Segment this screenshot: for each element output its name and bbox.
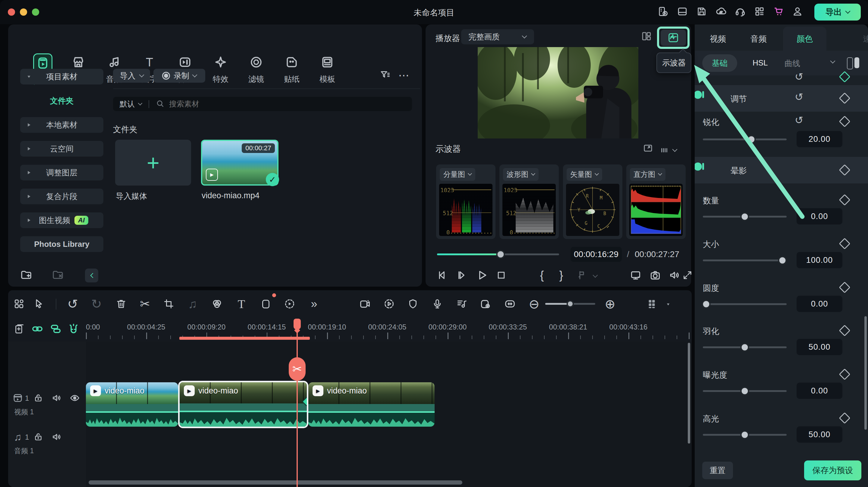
blend-icon[interactable] [211, 298, 223, 310]
video-track-mute-icon[interactable] [52, 393, 62, 403]
amount-slider[interactable] [703, 216, 786, 218]
scopes-layout-dropdown[interactable] [659, 145, 677, 155]
sharpen-value[interactable]: 20.00 [797, 131, 842, 147]
panel-layout-icon[interactable] [677, 6, 688, 18]
sidebar-item-compound-clip[interactable]: 复合片段 [20, 189, 103, 204]
vignette-keyframe-icon[interactable] [839, 164, 850, 176]
subtab-chevron-icon[interactable] [830, 59, 835, 64]
media-clip-tile[interactable]: 00:00:27 ▶ ✓ [201, 140, 278, 185]
delete-folder-icon[interactable] [52, 269, 64, 282]
sharpen-reset-icon[interactable]: ↺ [795, 115, 804, 125]
export-button[interactable]: 导出 [814, 4, 861, 21]
audio-track-lock-icon[interactable] [33, 432, 43, 442]
timeline-zoom-slider[interactable] [545, 303, 595, 305]
screen-record-icon[interactable] [480, 298, 491, 310]
quality-dropdown[interactable]: 完整画质 [461, 29, 534, 45]
waveform-type-dropdown[interactable]: 波形图 [503, 168, 538, 181]
next-frame-button[interactable] [456, 269, 468, 281]
amount-keyframe-icon[interactable] [839, 194, 850, 205]
sort-dropdown[interactable]: 默认 [120, 99, 142, 109]
track-height-caret-icon[interactable] [667, 304, 670, 306]
sidebar-item-photos-library[interactable]: Photos Library [20, 236, 103, 252]
seek-knob[interactable] [496, 250, 505, 259]
scopes-expand-icon[interactable] [643, 143, 653, 154]
multi-view-icon[interactable] [641, 31, 652, 43]
video-track-visibility-icon[interactable] [70, 393, 80, 403]
video-track-lock-icon[interactable] [33, 393, 43, 403]
sidebar-item-image-to-video[interactable]: 图生视频 AI [20, 212, 103, 228]
amount-value[interactable]: 0.00 [797, 208, 842, 225]
timeline-ruler[interactable]: 00:00:00 00:00:04:25 00:00:09:20 00:00:1… [86, 319, 692, 341]
undo-icon[interactable]: ↺ [67, 296, 78, 311]
timeline-clip-3[interactable]: ▶video-miao [308, 382, 435, 427]
sharpen-keyframe-icon[interactable] [839, 116, 850, 127]
traffic-close-button[interactable] [8, 8, 15, 16]
size-keyframe-icon[interactable] [839, 238, 850, 249]
split-scissors-badge[interactable]: ✂ [289, 357, 306, 381]
save-icon[interactable] [696, 6, 707, 18]
freeze-frame-icon[interactable] [284, 298, 296, 310]
beat-detect-icon[interactable] [456, 298, 467, 310]
import-media-tile[interactable]: + [115, 140, 191, 185]
search-input[interactable] [168, 99, 350, 109]
tab-stickers[interactable]: 贴纸 [275, 53, 309, 85]
link-clips-icon[interactable] [32, 323, 43, 335]
mark-in-button[interactable]: { [540, 269, 544, 282]
tab-speed-partial[interactable]: 速 [863, 33, 868, 45]
toolbox-icon[interactable] [13, 298, 24, 309]
tab-color[interactable]: 颜色 [797, 33, 813, 45]
redo-icon[interactable]: ↻ [91, 296, 101, 311]
project-history-icon[interactable] [658, 6, 669, 18]
save-preset-button[interactable]: 保存为预设 [804, 460, 861, 480]
tab-templates[interactable]: 模板 [310, 53, 344, 85]
filter-icon[interactable] [380, 69, 391, 82]
playhead-line[interactable] [297, 319, 298, 487]
sidebar-item-adjustment-layer[interactable]: 调整图层 [20, 165, 103, 180]
roundness-value[interactable]: 0.00 [797, 296, 842, 312]
effects-camera-icon[interactable] [359, 298, 371, 310]
histogram-type-dropdown[interactable]: 直方图 [630, 168, 665, 181]
fit-timeline-icon[interactable] [504, 298, 516, 310]
audio-track-mute-icon[interactable] [52, 432, 62, 442]
roundness-keyframe-icon[interactable] [839, 282, 850, 293]
add-to-track-icon[interactable] [13, 323, 24, 334]
add-text-icon[interactable]: T [238, 297, 245, 311]
exposure-value[interactable]: 0.00 [797, 382, 842, 399]
vectorscope-type-dropdown[interactable]: 矢量图 [567, 168, 602, 181]
support-headset-icon[interactable] [735, 6, 746, 19]
apps-grid-icon[interactable] [754, 6, 765, 18]
crop-icon[interactable] [163, 298, 174, 309]
more-tools-icon[interactable]: » [311, 297, 317, 311]
partial-reset-icon[interactable]: ↺ [795, 71, 804, 82]
mask-icon[interactable] [260, 298, 271, 309]
timeline-h-scrollbar[interactable] [89, 480, 462, 485]
adjust-reset-icon[interactable]: ↺ [795, 92, 804, 102]
cloud-sync-icon[interactable] [715, 6, 727, 19]
magnet-snap-icon[interactable] [68, 323, 79, 335]
play-button[interactable] [476, 269, 488, 281]
subtab-basic[interactable]: 基础 [702, 54, 737, 72]
tab-video[interactable]: 视频 [710, 33, 726, 45]
shield-icon[interactable] [407, 298, 418, 309]
adjust-toggle[interactable] [702, 91, 704, 98]
import-button[interactable]: 导入 [113, 69, 150, 83]
account-icon[interactable] [792, 6, 803, 18]
stop-button[interactable] [496, 270, 507, 281]
vignette-toggle[interactable] [702, 163, 704, 170]
zoom-out-icon[interactable]: ⊖ [529, 296, 539, 311]
select-tool-icon[interactable] [34, 298, 44, 309]
feather-value[interactable]: 50.00 [797, 339, 842, 355]
tab-filters[interactable]: 滤镜 [239, 53, 273, 85]
collapse-sidebar-button[interactable] [85, 268, 98, 282]
subtab-curves[interactable]: 曲线 [784, 58, 800, 69]
highlight-keyframe-icon[interactable] [839, 412, 850, 424]
sidebar-item-cloud[interactable]: 云空间 [20, 141, 103, 156]
marker-chevron-icon[interactable] [593, 275, 597, 277]
overwrite-mode-icon[interactable] [50, 323, 61, 335]
feather-slider[interactable] [703, 346, 786, 348]
parade-type-dropdown[interactable]: 分量图 [440, 168, 475, 181]
feather-keyframe-icon[interactable] [839, 325, 850, 336]
panel-split-icon[interactable] [847, 57, 859, 69]
subtab-hsl[interactable]: HSL [752, 58, 768, 67]
mute-button[interactable] [669, 269, 680, 281]
